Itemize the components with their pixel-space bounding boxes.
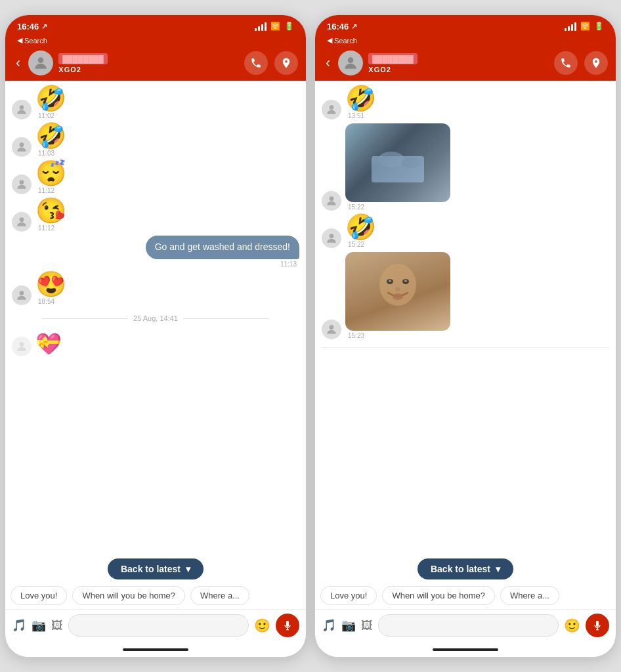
search-back-2[interactable]: ◀ Search (327, 36, 604, 45)
svg-point-14 (330, 325, 334, 329)
search-back-1[interactable]: ◀ Search (17, 36, 294, 45)
signal-bars-2 (565, 22, 576, 31)
msg-content-m4p1: 😘 11:12 (35, 198, 66, 232)
search-back-label-2: Search (334, 37, 357, 45)
search-back-arrow-2: ◀ (327, 36, 332, 45)
svg-point-7 (348, 57, 354, 63)
sticker-row-1: 💝 (12, 331, 299, 356)
msg-time-m1p2: 13:51 (345, 112, 376, 119)
msg-avatar-m1p2 (322, 100, 341, 119)
phone-1: 16:46 ↗ 🛜 🔋 ◀ Search ‹ (5, 14, 307, 658)
mic-button-1[interactable] (276, 614, 299, 637)
back-to-latest-label-2: Back to latest (431, 564, 490, 574)
msg-time-m2p2: 15:22 (345, 203, 450, 211)
msg-time-m3p1: 11:12 (35, 187, 66, 194)
svg-point-5 (20, 291, 24, 295)
name-blurred-2: ████████ (372, 55, 413, 63)
signal-bars-1 (255, 22, 267, 31)
back-button-2[interactable]: ‹ (323, 53, 333, 73)
call-button-1[interactable] (244, 51, 268, 75)
image-icon-2[interactable]: 🖼 (361, 619, 373, 633)
emoji-picker-btn-2[interactable]: 🙂 (564, 618, 580, 633)
camera-icon-2[interactable]: 📷 (341, 618, 356, 633)
time-1: 16:46 (17, 22, 39, 32)
msg-content-m3p1: 😴 11:12 (35, 161, 66, 194)
msg-row-m3p2: 🤣 15:22 (322, 215, 609, 248)
quick-reply-love-2[interactable]: Love you! (320, 586, 377, 605)
separator-2 (322, 347, 609, 348)
music-icon-2[interactable]: 🎵 (322, 618, 336, 633)
back-to-latest-btn-2[interactable]: Back to latest ▾ (418, 558, 513, 579)
location-arrow-2: ↗ (351, 22, 357, 31)
mic-button-2[interactable] (586, 614, 609, 637)
quick-reply-where-1[interactable]: Where a... (190, 586, 249, 605)
msg-content-m5p1: Go and get washed and dressed! 11:13 (146, 236, 299, 268)
quick-reply-where-2[interactable]: Where a... (500, 586, 559, 605)
home-indicator-1 (5, 642, 306, 657)
search-back-arrow-1: ◀ (17, 36, 22, 45)
msg-content-m2p1: 🤣 11:03 (35, 123, 66, 157)
back-to-latest-btn-1[interactable]: Back to latest ▾ (108, 558, 203, 579)
msg-row-m4p1: 😘 11:12 (12, 198, 299, 232)
status-left-2: 16:46 ↗ (327, 22, 357, 32)
nav-info-1: ████████ XGO2 (58, 53, 239, 74)
msg-row-m2p1: 🤣 11:03 (12, 123, 299, 157)
msg-time-m4p2: 15:23 (345, 332, 450, 339)
message-input-2[interactable] (378, 614, 559, 637)
bar1-2 (565, 28, 567, 31)
msg-content-m2p2: 15:22 (345, 123, 450, 211)
date-divider-1: 25 Aug, 14:41 (12, 314, 299, 322)
location-button-2[interactable] (584, 51, 608, 75)
search-back-label-1: Search (24, 37, 47, 45)
svg-point-13 (330, 234, 334, 238)
bar3 (261, 24, 263, 31)
img-m4p2[interactable] (345, 252, 450, 331)
quick-replies-2: Love you! When will you be home? Where a… (315, 583, 616, 609)
emoji-picker-btn-1[interactable]: 🙂 (254, 618, 270, 633)
chat-area-2: 🤣 13:51 (315, 81, 616, 553)
back-to-latest-arrow-2: ▾ (496, 564, 500, 574)
svg-point-3 (20, 180, 24, 184)
call-button-2[interactable] (554, 51, 578, 75)
quick-reply-love-1[interactable]: Love you! (11, 586, 67, 605)
status-bar-1: 16:46 ↗ 🛜 🔋 (5, 15, 306, 36)
svg-point-4 (20, 217, 24, 222)
quick-reply-home-1[interactable]: When will you be home? (72, 586, 185, 605)
back-button-1[interactable]: ‹ (13, 53, 23, 73)
name-blurred-1: ████████ (62, 55, 103, 63)
nav-avatar-1 (28, 51, 53, 75)
emoji-msg-m3p1: 😴 (35, 161, 66, 186)
svg-point-21 (395, 287, 400, 291)
emoji-msg-m6p1: 😍 (35, 272, 66, 297)
msg-content-m1p1: 🤣 11:02 (35, 86, 66, 119)
emoji-msg-m3p2: 🤣 (345, 215, 376, 240)
message-input-1[interactable] (68, 614, 249, 637)
img-m2p2[interactable] (345, 123, 450, 202)
img-row-m4p2 (345, 252, 450, 331)
image-icon-1[interactable]: 🖼 (51, 619, 63, 633)
msg-row-m5p1: Go and get washed and dressed! 11:13 (12, 236, 299, 268)
msg-row-m4p2: 15:23 (322, 252, 609, 339)
msg-time-m6p1: 18:54 (35, 298, 66, 305)
svg-point-1 (20, 105, 24, 110)
emoji-msg-m1p2: 🤣 (345, 86, 376, 111)
svg-point-12 (401, 158, 421, 168)
quick-reply-home-2[interactable]: When will you be home? (382, 586, 495, 605)
bubble-m5p1: Go and get washed and dressed! (146, 236, 299, 259)
back-to-latest-bar-2: Back to latest ▾ (315, 553, 616, 583)
status-right-1: 🛜 🔋 (255, 22, 294, 31)
msg-time-m5p1: 11:13 (146, 261, 299, 268)
nav-actions-1 (244, 51, 298, 75)
svg-point-11 (378, 152, 404, 167)
camera-icon-1[interactable]: 📷 (32, 618, 46, 633)
bar3-2 (571, 24, 573, 31)
msg-avatar-m2p1 (12, 137, 32, 157)
music-icon-1[interactable]: 🎵 (12, 618, 26, 633)
home-bar-1 (123, 648, 188, 651)
quick-replies-1: Love you! When will you be home? Where a… (5, 583, 306, 609)
msg-avatar-m3p1 (12, 175, 32, 194)
chat-area-1: 🤣 11:02 🤣 11:03 😴 (5, 81, 306, 553)
input-bar-2: 🎵 📷 🖼 🙂 (315, 609, 616, 642)
phone-2: 16:46 ↗ 🛜 🔋 ◀ Search ‹ (314, 14, 616, 658)
location-button-1[interactable] (274, 51, 298, 75)
